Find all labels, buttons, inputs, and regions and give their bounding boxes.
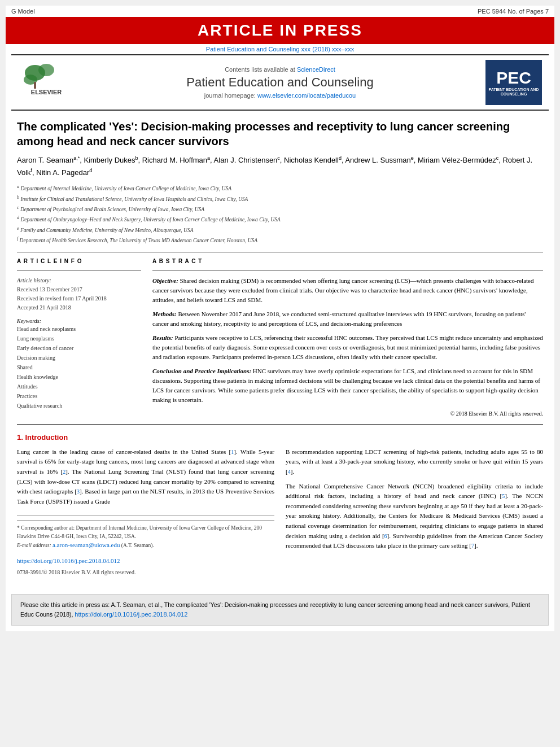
intro-right-col: B recommendation supporting LDCT screeni… [286, 447, 543, 577]
journal-header: ELSEVIER Contents lists available at Sci… [11, 54, 549, 111]
authors-line: Aaron T. Seamana,*, Kimberly Dukesb, Ric… [17, 154, 543, 179]
keyword-2: Lung neoplasms [17, 334, 141, 343]
abstract-heading: A B S T R A C T [152, 258, 543, 264]
affil-f: f Department of Health Services Research… [17, 235, 543, 244]
article-in-press-banner: ARTICLE IN PRESS [6, 17, 554, 44]
citation-box: Please cite this article in press as: A.… [11, 594, 549, 626]
main-content: The complicated 'Yes': Decision-making p… [6, 111, 554, 586]
affil-a: a Department of Internal Medicine, Unive… [17, 184, 543, 193]
svg-text:ELSEVIER: ELSEVIER [31, 89, 62, 95]
doi-footer: https://doi.org/10.1016/j.pec.2018.04.01… [17, 556, 274, 577]
article-info-heading: A R T I C L E I N F O [17, 258, 141, 264]
page: G Model PEC 5944 No. of Pages 7 ARTICLE … [6, 6, 554, 631]
intro-left-para: Lung cancer is the leading cause of canc… [17, 447, 274, 507]
abstract-content: Objective: Shared decision making (SDM) … [152, 276, 543, 418]
science-direct-link[interactable]: ScienceDirect [297, 66, 335, 73]
pec-ref-label: PEC 5944 No. of Pages 7 [478, 8, 549, 15]
citation-doi-link[interactable]: https://doi.org/10.1016/j.pec.2018.04.01… [75, 611, 187, 618]
issn-line: 0738-3991/© 2018 Elsevier B.V. All right… [17, 568, 274, 577]
affil-b: b Institute for Clinical and Translation… [17, 194, 543, 203]
intro-right-para-2: The National Comprehensive Cancer Networ… [286, 482, 543, 551]
article-history: Article history: Received 13 December 20… [17, 276, 141, 312]
abstract-conclusion: Conclusion and Practice Implications: HN… [152, 366, 543, 405]
divider-1 [17, 252, 543, 252]
keyword-3: Early detection of cancer [17, 343, 141, 353]
abstract-results: Results: Participants were receptive to … [152, 333, 543, 362]
introduction-section: 1. Introduction Lung cancer is the leadi… [17, 433, 543, 577]
intro-left-col: Lung cancer is the leading cause of canc… [17, 447, 274, 577]
journal-ref-line: Patient Education and Counseling xxx (20… [6, 44, 554, 54]
divider-2 [17, 424, 543, 425]
footnote-email-link[interactable]: a.aron-seaman@uiowa.edu [53, 541, 120, 548]
journal-main-title: Patient Education and Counseling [75, 75, 485, 90]
homepage-url[interactable]: www.elsevier.com/locate/pateducou [257, 92, 356, 99]
doi-link[interactable]: https://doi.org/10.1016/j.pec.2018.04.01… [17, 556, 274, 566]
divider-abstract [152, 270, 543, 270]
keyword-9: Qualitative research [17, 401, 141, 410]
copyright-line: © 2018 Elsevier B.V. All rights reserved… [152, 409, 543, 418]
intro-right-para-1: B recommendation supporting LDCT screeni… [286, 447, 543, 477]
abstract-methods: Methods: Between November 2017 and June … [152, 309, 543, 329]
g-model-bar: G Model PEC 5944 No. of Pages 7 [6, 6, 554, 17]
keyword-6: Health knowledge [17, 372, 141, 382]
contents-line: Contents lists available at ScienceDirec… [75, 66, 485, 73]
keywords-section: Keywords: Head and neck neoplasms Lung n… [17, 318, 141, 410]
keyword-7: Attitudes [17, 382, 141, 391]
article-info-abstract-row: A R T I C L E I N F O Article history: R… [17, 258, 543, 418]
journal-homepage-line: journal homepage: www.elsevier.com/locat… [75, 92, 485, 99]
journal-title-center: Contents lists available at ScienceDirec… [75, 66, 485, 99]
affil-d: d Department of Otolaryngology–Head and … [17, 215, 543, 224]
svg-rect-4 [34, 82, 36, 89]
article-info-col: A R T I C L E I N F O Article history: R… [17, 258, 141, 418]
pec-logo: PEC PATIENT EDUCATION AND COUNSELING [485, 60, 542, 105]
article-title: The complicated 'Yes': Decision-making p… [17, 119, 543, 148]
affiliations: a Department of Internal Medicine, Unive… [17, 184, 543, 244]
abstract-objective: Objective: Shared decision making (SDM) … [152, 276, 543, 305]
section-title-intro: 1. Introduction [17, 433, 543, 442]
footnote-star: * Corresponding author at: Department of… [17, 524, 274, 540]
affil-e: e Family and Community Medicine, Univers… [17, 225, 543, 234]
keyword-5: Shared [17, 362, 141, 372]
abstract-col: A B S T R A C T Objective: Shared decisi… [152, 258, 543, 418]
elsevier-logo: ELSEVIER [18, 62, 75, 103]
keyword-1: Head and neck neoplasms [17, 324, 141, 334]
divider-info [17, 270, 141, 270]
svg-point-2 [38, 64, 54, 76]
footnote-area: * Corresponding author at: Department of… [17, 515, 274, 549]
keyword-8: Practices [17, 391, 141, 401]
intro-body-cols: Lung cancer is the leading cause of canc… [17, 447, 543, 577]
keyword-4: Decision making [17, 353, 141, 362]
g-model-label: G Model [11, 8, 35, 15]
affil-c: c Department of Psychological and Brain … [17, 204, 543, 213]
footnote-email: E-mail address: a.aron-seaman@uiowa.edu … [17, 540, 274, 550]
